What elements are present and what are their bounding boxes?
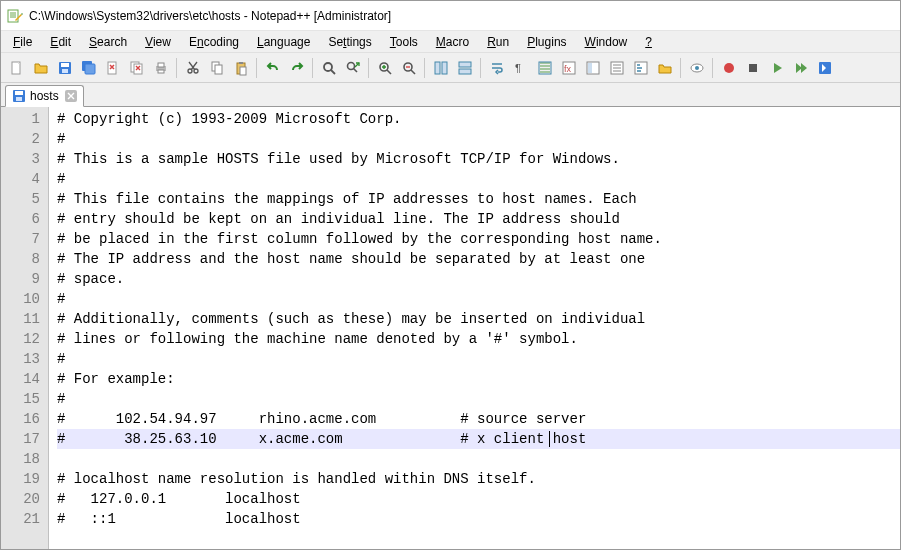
close-icon[interactable] [65,90,77,102]
func-list-icon[interactable] [629,56,652,79]
sync-h-icon[interactable] [453,56,476,79]
stop-macro-icon[interactable] [741,56,764,79]
open-file-icon[interactable] [29,56,52,79]
line-number: 20 [1,489,40,509]
record-macro-icon[interactable] [717,56,740,79]
menu-plugins[interactable]: Plugins [519,33,574,51]
wrap-icon[interactable] [485,56,508,79]
code-line[interactable]: # ::1 localhost [57,509,900,529]
lang-icon[interactable]: fx [557,56,580,79]
line-number: 6 [1,209,40,229]
code-line[interactable]: # [57,389,900,409]
redo-icon[interactable] [285,56,308,79]
copy-icon[interactable] [205,56,228,79]
paste-icon[interactable] [229,56,252,79]
toolbar: ¶fx [1,53,900,83]
line-number: 12 [1,329,40,349]
code-line[interactable]: # 127.0.0.1 localhost [57,489,900,509]
menu-file[interactable]: File [5,33,40,51]
doc-list-icon[interactable] [605,56,628,79]
svg-rect-9 [85,64,95,74]
save-macro-icon[interactable] [813,56,836,79]
editor[interactable]: 123456789101112131415161718192021 # Copy… [1,107,900,549]
menu-language[interactable]: Language [249,33,318,51]
print-icon[interactable] [149,56,172,79]
play-multi-icon[interactable] [789,56,812,79]
code-line[interactable]: # [57,289,900,309]
menu-settings[interactable]: Settings [320,33,379,51]
code-line[interactable]: # [57,349,900,369]
svg-text:fx: fx [564,64,572,74]
menu-window[interactable]: Window [577,33,636,51]
toolbar-separator [712,58,713,78]
code-line[interactable]: # This is a sample HOSTS file used by Mi… [57,149,900,169]
code-area[interactable]: # Copyright (c) 1993-2009 Microsoft Corp… [49,107,900,549]
menu-help[interactable]: ? [637,33,660,51]
folder-workspace-icon[interactable] [653,56,676,79]
code-line[interactable]: # [57,169,900,189]
save-icon[interactable] [53,56,76,79]
cut-icon[interactable] [181,56,204,79]
monitor-icon[interactable] [685,56,708,79]
undo-icon[interactable] [261,56,284,79]
svg-rect-7 [62,69,68,73]
code-line[interactable]: # The IP address and the host name shoul… [57,249,900,269]
replace-icon[interactable] [341,56,364,79]
svg-rect-27 [435,62,440,74]
show-all-chars-icon[interactable]: ¶ [509,56,532,79]
zoom-in-icon[interactable] [373,56,396,79]
code-line[interactable]: # Copyright (c) 1993-2009 Microsoft Corp… [57,109,900,129]
line-number: 9 [1,269,40,289]
notepadpp-app-icon [7,8,23,24]
svg-point-24 [347,62,354,69]
svg-point-41 [724,63,734,73]
line-number-gutter: 123456789101112131415161718192021 [1,107,49,549]
toolbar-separator [368,58,369,78]
svg-rect-42 [749,64,757,72]
toolbar-separator [680,58,681,78]
sync-v-icon[interactable] [429,56,452,79]
code-line[interactable]: # [57,129,900,149]
menu-view[interactable]: View [137,33,179,51]
menu-run[interactable]: Run [479,33,517,51]
close-file-icon[interactable] [101,56,124,79]
menu-tools[interactable]: Tools [382,33,426,51]
save-all-icon[interactable] [77,56,100,79]
line-number: 4 [1,169,40,189]
find-icon[interactable] [317,56,340,79]
menu-edit[interactable]: Edit [42,33,79,51]
code-line[interactable]: # lines or following the machine name de… [57,329,900,349]
line-number: 5 [1,189,40,209]
doc-map-icon[interactable] [581,56,604,79]
line-number: 1 [1,109,40,129]
tab-hosts[interactable]: hosts [5,85,84,107]
line-number: 7 [1,229,40,249]
save-icon [12,89,26,103]
code-line[interactable] [57,449,900,469]
code-line[interactable]: # be placed in the first column followed… [57,229,900,249]
svg-rect-12 [134,64,142,74]
code-line[interactable]: # For example: [57,369,900,389]
toolbar-separator [312,58,313,78]
play-macro-icon[interactable] [765,56,788,79]
svg-point-40 [695,66,699,70]
new-file-icon[interactable] [5,56,28,79]
menu-macro[interactable]: Macro [428,33,477,51]
code-line[interactable]: # Additionally, comments (such as these)… [57,309,900,329]
indent-guide-icon[interactable] [533,56,556,79]
line-number: 8 [1,249,40,269]
code-line[interactable]: # 102.54.94.97 rhino.acme.com # source s… [57,409,900,429]
close-all-icon[interactable] [125,56,148,79]
zoom-out-icon[interactable] [397,56,420,79]
menu-search[interactable]: Search [81,33,135,51]
code-line[interactable]: # localhost name resolution is handled w… [57,469,900,489]
tabbar: hosts [1,83,900,107]
code-line[interactable]: # entry should be kept on an individual … [57,209,900,229]
menu-encoding[interactable]: Encoding [181,33,247,51]
code-line[interactable]: # 38.25.63.10 x.acme.com # x client host [57,429,900,449]
code-line[interactable]: # space. [57,269,900,289]
code-line[interactable]: # This file contains the mappings of IP … [57,189,900,209]
svg-rect-46 [16,97,22,101]
svg-rect-21 [239,62,243,64]
toolbar-separator [256,58,257,78]
